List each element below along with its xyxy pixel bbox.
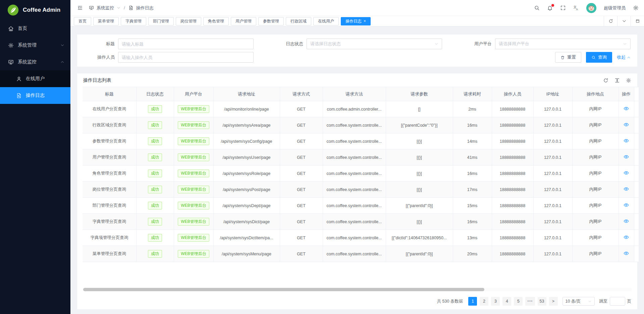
filter-panel: 标题 日志状态 请选择日志状态 用户平台 请选择用户平台 xyxy=(77,35,637,67)
collapse-sidebar-icon[interactable] xyxy=(77,5,83,11)
view-detail-eye-icon[interactable] xyxy=(624,235,629,240)
app-logo[interactable]: Coffee Admin xyxy=(0,0,70,20)
cell-title: 行政区域分页查询 xyxy=(83,117,136,133)
cell-request-url: /api/system/sysPost/page xyxy=(213,182,280,198)
title-filter-input[interactable] xyxy=(122,42,250,47)
cell-request-method: GET xyxy=(280,214,323,230)
cell-handler-method: com.coffee.system.controlle... xyxy=(323,214,386,230)
view-detail-eye-icon[interactable] xyxy=(624,202,629,208)
page-button-1[interactable]: 1 xyxy=(468,297,477,306)
cell-request-url: /api/system/sysArea/page xyxy=(213,117,280,133)
jump-page-input[interactable] xyxy=(610,297,625,306)
cell-operator: 18888888888 xyxy=(492,198,533,214)
tab-字典管理[interactable]: 字典管理 xyxy=(121,17,146,25)
sidebar-item-system-manage[interactable]: 系统管理 xyxy=(0,37,70,54)
settings-gear-icon[interactable] xyxy=(633,5,639,11)
cell-title: 字典项管理分页查询 xyxy=(83,230,136,246)
view-detail-eye-icon[interactable] xyxy=(624,138,629,143)
cell-handler-method: com.coffee.admin.controller... xyxy=(323,101,386,117)
cell-ip-address: 127.0.0.1 xyxy=(533,101,572,117)
cell-request-params: [{"parentCode":"0"}] xyxy=(386,117,453,133)
collapse-filters-link[interactable]: 收起 xyxy=(617,54,631,60)
search-icon[interactable] xyxy=(534,5,540,11)
cell-handler-method: com.coffee.system.controlle... xyxy=(323,246,386,262)
tab-用户管理[interactable]: 用户管理 xyxy=(231,17,256,25)
view-detail-eye-icon[interactable] xyxy=(624,218,629,224)
tab-label: 在线用户 xyxy=(318,18,334,24)
view-detail-eye-icon[interactable] xyxy=(624,154,629,160)
status-filter-select[interactable]: 请选择日志状态 xyxy=(307,39,442,49)
column-header-4: 请求方式 xyxy=(280,87,323,101)
breadcrumb-separator: / xyxy=(124,5,125,10)
user-avatar[interactable] xyxy=(586,3,596,13)
row-density-icon[interactable] xyxy=(614,78,620,83)
sidebar-item-online-users[interactable]: 在线用户 xyxy=(0,70,70,87)
status-tag: 成功 xyxy=(148,153,162,161)
notification-bell-icon[interactable] xyxy=(547,5,553,11)
jump-suffix: 页 xyxy=(627,299,632,304)
view-detail-eye-icon[interactable] xyxy=(624,251,629,256)
maximize-icon[interactable] xyxy=(631,16,644,26)
scrollbar-thumb[interactable] xyxy=(83,288,484,291)
cell-platform-tag: WEB管理后台 xyxy=(174,133,213,149)
page-button-3[interactable]: 3 xyxy=(491,297,500,306)
cell-title: 字典管理分页查询 xyxy=(83,214,136,230)
tab-label: 角色管理 xyxy=(208,18,224,24)
cell-request-method: GET xyxy=(280,117,323,133)
cell-request-duration: 16ms xyxy=(453,166,492,182)
operator-filter-input[interactable] xyxy=(122,55,250,60)
chevron-down-icon xyxy=(60,43,64,47)
search-icon xyxy=(591,55,596,60)
tabs-menu-chevron-icon[interactable] xyxy=(617,16,631,26)
page-button-53[interactable]: 53 xyxy=(538,297,546,306)
tab-在线用户[interactable]: 在线用户 xyxy=(313,17,339,25)
current-user-name[interactable]: 超级管理员 xyxy=(604,5,626,11)
tab-行政区域[interactable]: 行政区域 xyxy=(286,17,311,25)
table-row: 角色管理分页查询成功WEB管理后台/api/system/sysRole/pag… xyxy=(83,166,639,182)
tab-部门管理[interactable]: 部门管理 xyxy=(148,17,174,25)
sidebar-item-home[interactable]: 首页 xyxy=(0,20,70,37)
view-detail-eye-icon[interactable] xyxy=(624,106,629,111)
tab-操作日志[interactable]: 操作日志× xyxy=(341,17,371,25)
cell-status-tag: 成功 xyxy=(136,230,174,246)
column-settings-gear-icon[interactable] xyxy=(626,78,631,83)
breadcrumb-item[interactable]: 系统监控 xyxy=(97,5,114,11)
view-detail-eye-icon[interactable] xyxy=(624,170,629,176)
horizontal-scrollbar[interactable] xyxy=(83,288,632,291)
cell-platform-tag: WEB管理后台 xyxy=(174,149,213,166)
tab-菜单管理[interactable]: 菜单管理 xyxy=(93,17,119,25)
translate-icon[interactable]: 文A xyxy=(573,5,579,11)
platform-filter-select[interactable]: 请选择用户平台 xyxy=(495,39,631,49)
page-button-5[interactable]: 5 xyxy=(514,297,523,306)
search-button[interactable]: 查询 xyxy=(586,52,612,63)
tab-岗位管理[interactable]: 岗位管理 xyxy=(176,17,201,25)
page-size-select[interactable]: 10 条/页 xyxy=(562,297,595,306)
column-header-9: IP地址 xyxy=(533,87,572,101)
next-page-button[interactable]: > xyxy=(549,297,558,306)
cell-request-params: [] xyxy=(386,101,453,117)
pagination-pages: 12345•••53 xyxy=(468,297,546,306)
refresh-icon[interactable] xyxy=(603,78,608,83)
tab-首页[interactable]: 首页 xyxy=(74,17,91,25)
tabs-controls xyxy=(604,16,644,26)
fullscreen-icon[interactable] xyxy=(560,5,566,11)
tab-参数管理[interactable]: 参数管理 xyxy=(258,17,284,25)
refresh-icon[interactable] xyxy=(604,16,617,26)
cell-ip-address: 127.0.0.1 xyxy=(533,133,572,149)
cell-request-duration: 14ms xyxy=(453,133,492,149)
cell-platform-tag: WEB管理后台 xyxy=(174,214,213,230)
page-button-4[interactable]: 4 xyxy=(502,297,511,306)
reset-button[interactable]: 重置 xyxy=(555,52,581,63)
tab-角色管理[interactable]: 角色管理 xyxy=(203,17,229,25)
chevron-down-icon[interactable] xyxy=(117,6,120,10)
log-icon xyxy=(16,93,22,99)
page-button-2[interactable]: 2 xyxy=(480,297,488,306)
scroll-gutter xyxy=(634,214,639,230)
sidebar-item-system-monitor[interactable]: 系统监控 xyxy=(0,54,70,70)
cell-platform-tag: WEB管理后台 xyxy=(174,117,213,133)
leaf-logo-icon xyxy=(7,4,19,16)
view-detail-eye-icon[interactable] xyxy=(624,186,629,192)
close-icon[interactable]: × xyxy=(364,19,366,23)
sidebar-item-operation-log[interactable]: 操作日志 xyxy=(0,87,70,104)
view-detail-eye-icon[interactable] xyxy=(624,122,629,127)
